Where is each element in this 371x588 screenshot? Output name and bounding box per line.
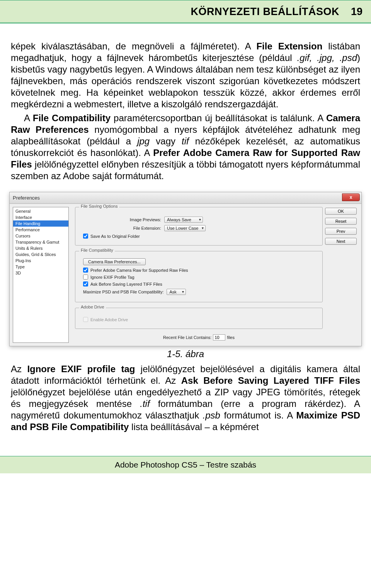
sidebar-item-guides[interactable]: Guides, Grid & Slices <box>13 251 68 258</box>
checkbox-save-as-original[interactable]: Save As to Original Folder <box>83 234 318 239</box>
document-body-2: Az Ignore EXIF profile tag jelölőnégyzet… <box>0 363 371 439</box>
checkbox-input[interactable] <box>83 268 88 273</box>
group-file-compat: File Compatibility Camera Raw Preference… <box>75 251 323 302</box>
page-header: KÖRNYEZETI BEÁLLÍTÁSOK 19 <box>0 0 371 24</box>
term-ask-tiff: Ask Before Saving Layered TIFF Files <box>181 375 360 386</box>
input-recent-count[interactable] <box>213 334 225 341</box>
checkbox-input <box>83 317 88 322</box>
preferences-dialog: Preferences x General Interface File Han… <box>9 192 362 346</box>
group-adobe-drive: Adobe Drive Enable Adobe Drive <box>75 308 323 329</box>
checkbox-input[interactable] <box>83 275 88 280</box>
prev-button[interactable]: Prev <box>325 228 357 235</box>
sidebar-item-plugins[interactable]: Plug-Ins <box>13 258 68 264</box>
term-ignore-exif: Ignore EXIF profile tag <box>27 364 135 374</box>
dialog-body: General Interface File Handling Performa… <box>10 204 361 346</box>
label-files-suffix: files <box>227 335 235 340</box>
dialog-buttons: OK Reset Prev Next <box>325 204 361 346</box>
page-number: 19 <box>351 6 362 18</box>
label-file-extension: File Extension: <box>80 226 161 230</box>
group-file-saving: File Saving Options Image Previews: Alwa… <box>75 207 323 246</box>
label-image-previews: Image Previews: <box>80 217 161 222</box>
sidebar-item-units[interactable]: Units & Rulers <box>13 245 68 251</box>
checkbox-input[interactable] <box>83 234 88 239</box>
paragraph-2: A File Compatibility paramétercsoportban… <box>11 112 360 182</box>
camera-raw-pref-button[interactable]: Camera Raw Preferences... <box>83 258 146 265</box>
paragraph-1: képek kiválasztásában, de megnöveli a fá… <box>11 41 360 110</box>
label-maximize-compat: Maximize PSD and PSB File Compatibility: <box>83 290 163 294</box>
close-button[interactable]: x <box>342 193 360 201</box>
dropdown-maximize-compat[interactable]: Ask <box>167 289 186 295</box>
term-file-extension: File Extension <box>256 41 322 51</box>
label-recent-files: Recent File List Contains: <box>163 335 211 340</box>
category-sidebar[interactable]: General Interface File Handling Performa… <box>13 207 69 343</box>
checkbox-input[interactable] <box>83 281 88 286</box>
sidebar-item-transparency[interactable]: Transparency & Gamut <box>13 239 68 245</box>
checkbox-prefer-acr[interactable]: Prefer Adobe Camera Raw for Supported Ra… <box>83 268 318 273</box>
close-icon: x <box>350 195 352 200</box>
checkbox-ignore-exif[interactable]: Ignore EXIF Profile Tag <box>83 275 318 280</box>
dropdown-image-previews[interactable]: Always Save <box>164 217 203 223</box>
sidebar-item-interface[interactable]: Interface <box>13 214 68 220</box>
checkbox-enable-drive[interactable]: Enable Adobe Drive <box>83 317 318 322</box>
sidebar-item-type[interactable]: Type <box>13 264 68 270</box>
group-label: File Saving Options <box>79 204 119 208</box>
sidebar-item-3d[interactable]: 3D <box>13 270 68 276</box>
sidebar-item-cursors[interactable]: Cursors <box>13 233 68 239</box>
figure-caption: 1-5. ábra <box>0 349 371 359</box>
reset-button[interactable]: Reset <box>325 218 357 225</box>
term-file-compat: File Compatibility <box>33 113 111 123</box>
paragraph-3: Az Ignore EXIF profile tag jelölőnégyzet… <box>11 363 360 433</box>
document-body: képek kiválasztásában, de megnöveli a fá… <box>0 24 371 188</box>
sidebar-item-file-handling[interactable]: File Handling <box>13 220 68 227</box>
dropdown-file-extension[interactable]: Use Lower Case <box>164 225 206 231</box>
window-title: Preferences <box>13 195 40 201</box>
next-button[interactable]: Next <box>325 238 357 245</box>
header-title: KÖRNYEZETI BEÁLLÍTÁSOK <box>191 6 339 18</box>
sidebar-item-general[interactable]: General <box>13 208 68 214</box>
checkbox-ask-tiff[interactable]: Ask Before Saving Layered TIFF Files <box>83 281 318 286</box>
page-footer: Adobe Photoshop CS5 – Testre szabás <box>0 456 371 473</box>
titlebar: Preferences x <box>10 192 361 204</box>
group-label: Adobe Drive <box>79 305 106 309</box>
sidebar-item-performance[interactable]: Performance <box>13 227 68 233</box>
settings-panel: File Saving Options Image Previews: Alwa… <box>69 204 325 346</box>
group-label: File Compatibility <box>79 248 115 252</box>
ok-button[interactable]: OK <box>325 208 357 215</box>
